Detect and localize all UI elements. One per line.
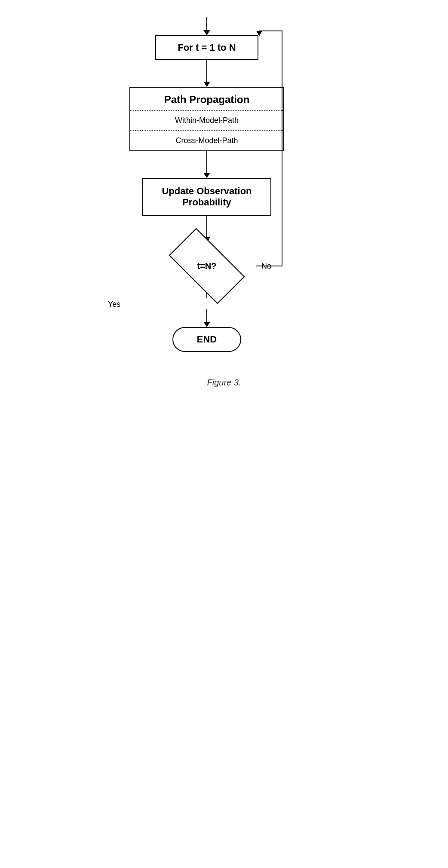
figure-caption: Figure 3. (207, 378, 241, 388)
arrow-to-update (203, 151, 210, 178)
for-loop-label: For t = 1 to N (178, 42, 236, 53)
update-observation-label: Update ObservationProbability (162, 186, 252, 208)
path-propagation-title: Path Propagation (130, 88, 283, 110)
arrow-to-end (203, 309, 210, 327)
arrow-to-path (203, 60, 210, 87)
path-propagation-box: Path Propagation Within-Model-Path Cross… (129, 87, 284, 151)
end-label: END (197, 334, 217, 345)
no-label: No (261, 262, 271, 271)
end-box: END (172, 327, 241, 352)
yes-section: Yes (74, 290, 340, 327)
initial-arrow (203, 17, 210, 35)
yes-label: Yes (108, 300, 120, 309)
update-observation-box: Update ObservationProbability (142, 178, 271, 216)
diamond-wrapper: t=N? (164, 242, 250, 290)
diamond-container: t=N? No (164, 242, 250, 290)
within-model-path-label: Within-Model-Path (130, 110, 283, 130)
diamond-label: t=N? (197, 261, 217, 271)
flowchart-container: For t = 1 to N Path Propagation Within-M… (74, 17, 374, 352)
cross-model-path-label: Cross-Model-Path (130, 130, 283, 150)
for-loop-box: For t = 1 to N (155, 35, 258, 60)
